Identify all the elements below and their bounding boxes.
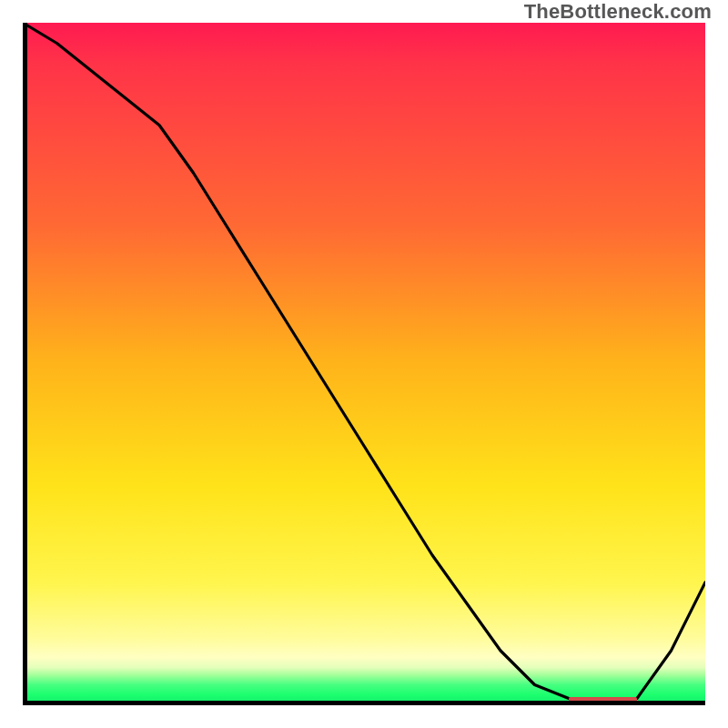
- attribution-label: TheBottleneck.com: [524, 0, 712, 24]
- heat-gradient-background: [23, 23, 705, 705]
- optimum-range-marker: [569, 697, 637, 704]
- plot-area: [23, 23, 705, 705]
- chart-frame: TheBottleneck.com: [0, 0, 728, 728]
